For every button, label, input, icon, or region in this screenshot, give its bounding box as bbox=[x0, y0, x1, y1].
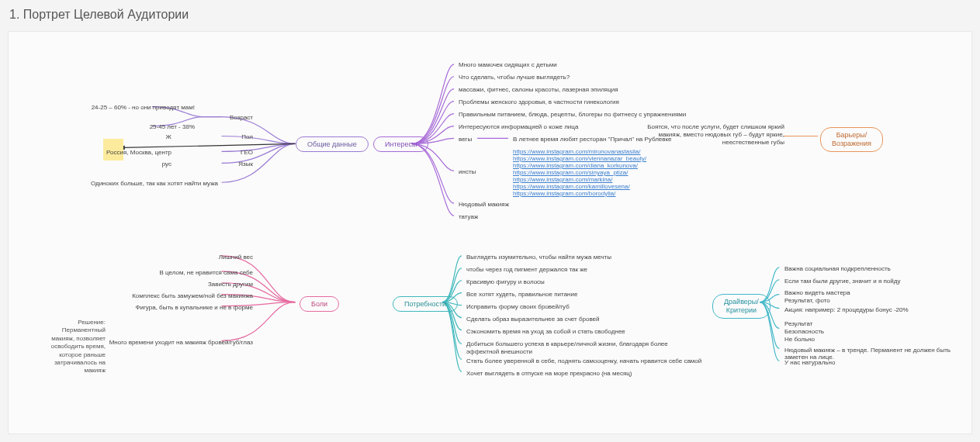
int-9: татуаж bbox=[459, 213, 478, 220]
pain-3: Комплекс быть замужем/ной без макияжа bbox=[86, 292, 253, 299]
int-6: вегы bbox=[459, 136, 472, 143]
branch-sex: Пол bbox=[183, 133, 253, 140]
pain-1: В целом, не нравится сама себе bbox=[86, 269, 253, 276]
branch-geo: ГЕО bbox=[183, 149, 253, 156]
pain-solution: Решение: Перманентный макияж, позволяет … bbox=[40, 319, 106, 375]
drv-1: Если там были другие, значит и я пойду bbox=[784, 278, 900, 285]
need-0: Выглядеть изумительно, чтобы найти мужа … bbox=[466, 254, 611, 261]
branch-age: Возраст bbox=[183, 114, 253, 121]
need-8: Стать более уверенной в себе, поднять са… bbox=[466, 357, 701, 364]
link-3[interactable]: https://www.instagram.com/sinyaya_ptiza/ bbox=[513, 169, 629, 176]
age-1: 24-25 – 60% - но они приводят мам! bbox=[32, 104, 195, 111]
lang-val: рус bbox=[55, 161, 171, 167]
branch-single: Одиноких больше, так как хотят найти муж… bbox=[47, 180, 218, 187]
drv-2: Важно видеть мастераРезультат, фото bbox=[784, 289, 924, 305]
pain-4: Фигура, быть в купальнике и не в форме bbox=[86, 304, 253, 311]
sex-val: Ж bbox=[55, 133, 171, 140]
link-6[interactable]: https://www.instagram.com/borodylia/ bbox=[513, 190, 616, 197]
node-needs[interactable]: Потребности bbox=[393, 296, 458, 312]
geo-val: Россия, Москва, центр bbox=[55, 149, 171, 156]
node-barriers[interactable]: Барьеры/Возражения bbox=[820, 127, 883, 152]
mindmap-canvas: Общие данные Интересы Барьеры/Возражения… bbox=[8, 31, 972, 434]
int-5: Интересуются информацией о коже лица bbox=[459, 123, 578, 130]
node-interests[interactable]: Интересы bbox=[373, 136, 428, 152]
barrier-0: Боятся, что после услуги, будет слишком … bbox=[645, 123, 784, 147]
int-3: Проблемы женского здоровья, в частности … bbox=[459, 98, 619, 105]
int-7: инсты bbox=[459, 168, 476, 175]
need-1: чтобы через год пигмент держался так же bbox=[466, 266, 587, 273]
int-8: Нюдовый макияж bbox=[459, 201, 509, 208]
node-general-data[interactable]: Общие данные bbox=[296, 136, 369, 152]
need-9: Хочет выглядеть в отпуске на море прекра… bbox=[466, 370, 632, 377]
drv-4: РезультатБезопасностьНе больно bbox=[784, 320, 878, 344]
need-4: Исправить форму своих бровей/губ bbox=[466, 303, 570, 310]
drv-6: У нас натурально bbox=[784, 359, 835, 366]
need-2: Красивую фигуру и волосы bbox=[466, 278, 545, 285]
page-title: 1. Портрет Целевой Аудитории bbox=[0, 0, 980, 22]
link-0[interactable]: https://www.instagram.com/mironovanastas… bbox=[513, 148, 641, 155]
need-3: Все хотят худеть, правильное питание bbox=[466, 291, 577, 298]
drv-3: Акция: например: 2 процедуры бонус -20% bbox=[784, 306, 909, 313]
pain-2: Зависть другим bbox=[86, 281, 253, 288]
node-drivers[interactable]: Драйверы/Критерии bbox=[712, 294, 770, 319]
int-2: массажи, фитнес, салоны красоты, лазерна… bbox=[459, 86, 618, 93]
int-0: Много мамочек сидящих с детьми bbox=[459, 61, 557, 68]
node-pain[interactable]: Боли bbox=[300, 296, 339, 312]
pain-0: Лишний вес bbox=[86, 254, 253, 261]
link-4[interactable]: https://www.instagram.com/markina/ bbox=[513, 176, 612, 183]
need-6: Сэкономить время на уход за собой и стат… bbox=[466, 328, 625, 335]
pain-5: Много времени уходит на макияж бровей/гу… bbox=[86, 339, 253, 346]
link-5[interactable]: https://www.instagram.com/kamillovesena/ bbox=[513, 183, 630, 190]
age-2: 25-45 лет - 38% bbox=[32, 123, 195, 130]
link-1[interactable]: https://www.instagram.com/viennanazar_be… bbox=[513, 155, 646, 162]
link-2[interactable]: https://www.instagram.com/diana_korkunov… bbox=[513, 162, 638, 169]
need-7: Добиться большего успеха в карьере/лично… bbox=[466, 340, 668, 355]
branch-lang: Язык bbox=[183, 161, 253, 167]
need-5: Сделать образ выразительнее за счет бров… bbox=[466, 316, 599, 323]
int-1: Что сделать, чтобы лучше выглядеть? bbox=[459, 74, 570, 81]
int-4: Правильным питанием, блюда, рецепты, бло… bbox=[459, 111, 686, 118]
drv-0: Важна социальная подкрепленность bbox=[784, 265, 891, 272]
